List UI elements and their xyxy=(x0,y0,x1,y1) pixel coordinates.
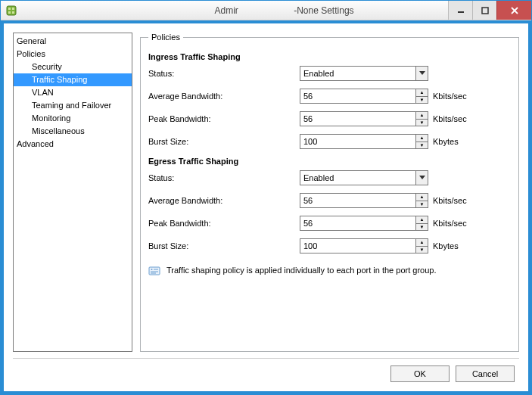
svg-rect-3 xyxy=(8,11,11,14)
svg-rect-6 xyxy=(482,8,488,14)
egress-avg-label: Average Bandwidth: xyxy=(148,196,300,205)
ingress-burst-row: Burst Size: ▲▼ Kbytes xyxy=(148,134,511,149)
ingress-peak-label: Peak Bandwidth: xyxy=(148,114,300,123)
window-border-bottom xyxy=(1,391,531,394)
egress-burst-label: Burst Size: xyxy=(148,241,300,250)
sidebar-item-traffic-shaping[interactable]: Traffic Shaping xyxy=(14,73,132,86)
settings-window: Admir -None Settings GeneralPoliciesSecu… xyxy=(0,0,532,395)
egress-burst-spinner[interactable]: ▲▼ xyxy=(300,238,428,253)
window-controls xyxy=(448,1,531,20)
minimize-button[interactable] xyxy=(448,1,472,20)
egress-burst-unit: Kbytes xyxy=(433,241,459,250)
ingress-section-title: Ingress Traffic Shaping xyxy=(148,52,511,61)
sidebar-item-policies[interactable]: Policies xyxy=(14,48,132,61)
spinner-buttons[interactable]: ▲▼ xyxy=(415,112,428,126)
ok-button[interactable]: OK xyxy=(390,365,450,382)
svg-rect-4 xyxy=(12,11,14,14)
cancel-button[interactable]: Cancel xyxy=(456,365,515,382)
egress-peak-label: Peak Bandwidth: xyxy=(148,219,300,228)
egress-burst-input[interactable] xyxy=(300,239,415,253)
chevron-down-icon[interactable] xyxy=(415,67,428,80)
sidebar-tree[interactable]: GeneralPoliciesSecurityTraffic ShapingVL… xyxy=(13,33,132,352)
info-row: Traffic shaping policy is applied indivi… xyxy=(148,264,511,276)
ingress-status-row: Status: Enabled xyxy=(148,66,511,81)
ingress-burst-label: Burst Size: xyxy=(148,137,300,146)
sidebar-item-advanced[interactable]: Advanced xyxy=(14,138,132,151)
window-title-right: -None Settings xyxy=(294,5,384,16)
egress-peak-input[interactable] xyxy=(300,216,415,230)
ingress-avg-row: Average Bandwidth: ▲▼ Kbits/sec xyxy=(148,89,511,104)
egress-section-title: Egress Traffic Shaping xyxy=(148,157,511,166)
sidebar-item-teaming-and-failover[interactable]: Teaming and Failover xyxy=(14,99,132,112)
egress-avg-row: Average Bandwidth: ▲▼ Kbits/sec xyxy=(148,193,511,208)
main-panel: Policies Ingress Traffic Shaping Status:… xyxy=(140,33,519,352)
ingress-peak-unit: Kbits/sec xyxy=(433,114,467,123)
sidebar-item-general[interactable]: General xyxy=(14,35,132,48)
ingress-status-value: Enabled xyxy=(300,69,415,78)
sidebar-item-security[interactable]: Security xyxy=(14,61,132,73)
egress-peak-spinner[interactable]: ▲▼ xyxy=(300,216,428,231)
egress-status-combo[interactable]: Enabled xyxy=(300,170,428,185)
ingress-avg-spinner[interactable]: ▲▼ xyxy=(300,89,428,104)
titlebar: Admir -None Settings xyxy=(1,1,531,20)
ingress-avg-label: Average Bandwidth: xyxy=(148,92,300,101)
sidebar-item-monitoring[interactable]: Monitoring xyxy=(14,112,132,125)
dialog-footer: OK Cancel xyxy=(13,358,519,388)
spinner-buttons[interactable]: ▲▼ xyxy=(415,239,428,253)
sidebar-item-miscellaneous[interactable]: Miscellaneous xyxy=(14,125,132,138)
sidebar-item-vlan[interactable]: VLAN xyxy=(14,86,132,99)
svg-marker-9 xyxy=(419,71,425,75)
group-legend: Policies xyxy=(148,33,183,42)
spinner-buttons[interactable]: ▲▼ xyxy=(415,194,428,207)
egress-burst-row: Burst Size: ▲▼ Kbytes xyxy=(148,238,511,253)
chevron-down-icon[interactable] xyxy=(415,171,428,185)
ingress-peak-row: Peak Bandwidth: ▲▼ Kbits/sec xyxy=(148,111,511,126)
ingress-peak-input[interactable] xyxy=(300,112,415,126)
ingress-avg-unit: Kbits/sec xyxy=(433,92,467,101)
spinner-buttons[interactable]: ▲▼ xyxy=(415,89,428,103)
policies-group: Policies Ingress Traffic Shaping Status:… xyxy=(140,33,519,352)
ingress-status-label: Status: xyxy=(148,69,300,78)
ingress-burst-input[interactable] xyxy=(300,135,415,148)
ingress-burst-spinner[interactable]: ▲▼ xyxy=(300,134,428,149)
svg-rect-1 xyxy=(8,8,11,10)
svg-point-12 xyxy=(151,269,153,270)
window-title-left: Admir xyxy=(148,5,238,16)
ingress-avg-input[interactable] xyxy=(300,89,415,103)
close-button[interactable] xyxy=(496,1,531,20)
egress-avg-unit: Kbits/sec xyxy=(433,196,467,205)
spinner-buttons[interactable]: ▲▼ xyxy=(415,216,428,230)
egress-avg-input[interactable] xyxy=(300,194,415,207)
client-area: GeneralPoliciesSecurityTraffic ShapingVL… xyxy=(1,20,531,391)
egress-avg-spinner[interactable]: ▲▼ xyxy=(300,193,428,208)
egress-peak-unit: Kbits/sec xyxy=(433,219,467,228)
info-icon xyxy=(148,264,160,276)
egress-status-row: Status: Enabled xyxy=(148,170,511,185)
svg-rect-2 xyxy=(12,8,14,10)
spinner-buttons[interactable]: ▲▼ xyxy=(415,135,428,148)
ingress-status-combo[interactable]: Enabled xyxy=(300,66,428,81)
svg-marker-10 xyxy=(419,176,425,179)
egress-peak-row: Peak Bandwidth: ▲▼ Kbits/sec xyxy=(148,216,511,231)
ingress-burst-unit: Kbytes xyxy=(433,137,459,146)
app-icon xyxy=(5,5,17,17)
ingress-peak-spinner[interactable]: ▲▼ xyxy=(300,111,428,126)
egress-status-label: Status: xyxy=(148,173,300,182)
body: GeneralPoliciesSecurityTraffic ShapingVL… xyxy=(13,33,519,352)
egress-status-value: Enabled xyxy=(300,173,415,182)
svg-rect-0 xyxy=(7,6,16,15)
maximize-button[interactable] xyxy=(472,1,496,20)
info-text: Traffic shaping policy is applied indivi… xyxy=(166,266,437,275)
